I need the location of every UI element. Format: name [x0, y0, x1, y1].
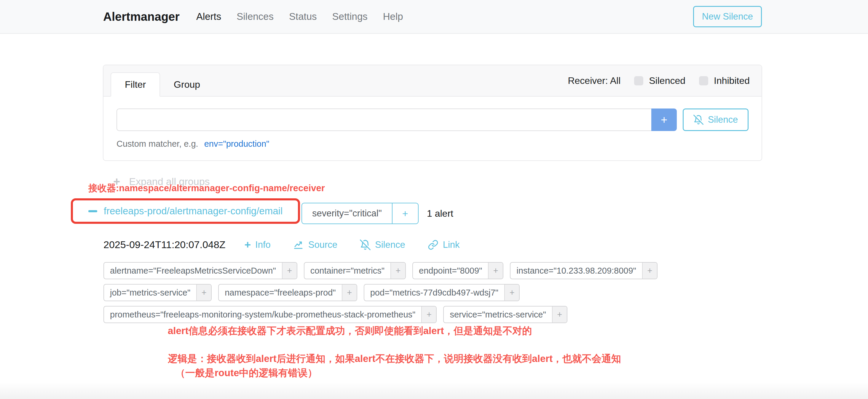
alert-link-label: Link: [443, 240, 460, 250]
matcher-input-group: + Silence: [117, 109, 748, 131]
main-nav: AlertsSilencesStatusSettingsHelp: [196, 11, 403, 22]
alert-label-text: container="metrics": [305, 263, 391, 279]
filter-card: FilterGroup Receiver: All Silenced Inhib…: [103, 65, 762, 161]
inhibited-checkbox[interactable]: Inhibited: [699, 75, 750, 86]
add-matcher-button[interactable]: +: [651, 109, 677, 131]
alert-timestamp: 2025-09-24T11:20:07.048Z: [103, 239, 225, 250]
plus-icon[interactable]: +: [642, 263, 657, 279]
plus-icon[interactable]: +: [342, 284, 356, 301]
receiver-filter-label[interactable]: Receiver: All: [568, 75, 620, 86]
alert-label-text: prometheus="freeleaps-monitoring-system/…: [104, 307, 421, 323]
plus-icon[interactable]: +: [391, 263, 405, 279]
silence-filter-label: Silence: [708, 115, 738, 125]
alert-label-chip: endpoint="8009" +: [412, 262, 503, 279]
alert-label-text: endpoint="8009": [413, 263, 488, 279]
annotation-receiver-note: 接收器:namespace/altermanager-config-name/r…: [88, 182, 325, 194]
receiver-group-button[interactable]: freeleaps-prod/alertmanager-config/email: [87, 205, 284, 217]
plus-icon[interactable]: +: [421, 307, 436, 323]
alert-info-label: Info: [255, 240, 271, 250]
alert-label-chip: job="metrics-service" +: [103, 284, 212, 301]
bottom-shadow: [0, 382, 868, 399]
alert-silence-button[interactable]: Silence: [358, 239, 407, 250]
alert-silence-label: Silence: [375, 240, 405, 250]
matcher-example-link[interactable]: env="production": [204, 139, 270, 149]
group-matcher-add-button[interactable]: +: [392, 203, 418, 223]
nav-item[interactable]: Silences: [237, 11, 274, 22]
bell-slash-icon: [360, 240, 371, 250]
checkbox-box-icon[interactable]: [634, 76, 643, 85]
filter-header-right: Receiver: All Silenced Inhibited: [568, 65, 750, 96]
alert-label-text: namespace="freeleaps-prod": [219, 284, 342, 301]
alert-label-chip: pod="metrics-77d9cdb497-wdsj7" +: [364, 284, 520, 301]
alert-row: 2025-09-24T11:20:07.048Z + Info Source S…: [103, 239, 462, 250]
alert-info-button[interactable]: + Info: [243, 239, 272, 250]
annotation-note-1: alert信息必须在接收器下才表示配置成功，否则即使能看到alert，但是通知是…: [168, 324, 532, 338]
plus-icon[interactable]: +: [196, 284, 211, 301]
matcher-hint: Custom matcher, e.g. env="production": [117, 139, 748, 149]
plus-icon[interactable]: +: [282, 263, 297, 279]
alert-label-text: alertname="FreeleapsMetricsServiceDown": [104, 263, 282, 279]
app-brand[interactable]: Alertmanager: [103, 10, 180, 23]
checkbox-box-icon[interactable]: [699, 76, 708, 85]
annotation-highlight-box: freeleaps-prod/alertmanager-config/email: [71, 198, 300, 224]
minus-icon: [88, 210, 97, 212]
alert-label-text: instance="10.233.98.209:8009": [510, 263, 642, 279]
silence-filter-button[interactable]: Silence: [683, 109, 748, 131]
nav-item[interactable]: Help: [383, 11, 403, 22]
nav-item[interactable]: Alerts: [196, 11, 221, 22]
filter-card-header: FilterGroup Receiver: All Silenced Inhib…: [103, 65, 762, 97]
matcher-hint-text: Custom matcher, e.g.: [117, 139, 198, 149]
filter-tabs: FilterGroup: [111, 72, 214, 96]
alert-count: 1 alert: [427, 208, 453, 219]
alert-actions: + Info Source Silence: [243, 239, 461, 250]
alert-label-chip: container="metrics" +: [304, 262, 406, 279]
matcher-input[interactable]: [117, 109, 651, 131]
alert-label-chip: instance="10.233.98.209:8009" +: [510, 262, 657, 279]
tab[interactable]: Filter: [111, 72, 160, 97]
alert-label-chip: prometheus="freeleaps-monitoring-system/…: [103, 306, 437, 323]
group-matcher-text: severity="critical": [302, 203, 392, 223]
link-icon: [428, 240, 438, 250]
bell-slash-icon: [693, 115, 704, 125]
alert-source-label: Source: [308, 240, 337, 250]
alert-labels: alertname="FreeleapsMetricsServiceDown" …: [103, 262, 673, 323]
plus-icon[interactable]: +: [488, 263, 503, 279]
plus-icon[interactable]: +: [504, 284, 519, 301]
alert-source-button[interactable]: Source: [291, 239, 339, 250]
inhibited-checkbox-label: Inhibited: [714, 75, 750, 86]
alert-label-text: pod="metrics-77d9cdb497-wdsj7": [364, 284, 504, 301]
alert-label-text: job="metrics-service": [104, 284, 196, 301]
receiver-group-name: freeleaps-prod/alertmanager-config/email: [104, 206, 282, 217]
silenced-checkbox-label: Silenced: [649, 75, 685, 86]
tab[interactable]: Group: [160, 72, 214, 97]
annotation-note-2: 逻辑是：接收器收到alert后进行通知，如果alert不在接收器下，说明接收器没…: [168, 352, 621, 366]
filter-card-body: + Silence Custom matcher, e.g. env="prod…: [103, 97, 762, 161]
chart-line-icon: [293, 240, 304, 250]
alert-label-chip: namespace="freeleaps-prod" +: [218, 284, 357, 301]
new-silence-button[interactable]: New Silence: [693, 6, 762, 27]
group-matcher-chip: severity="critical" +: [302, 203, 418, 224]
alert-label-chip: alertname="FreeleapsMetricsServiceDown" …: [103, 262, 297, 279]
nav-item[interactable]: Settings: [332, 11, 368, 22]
plus-icon: +: [244, 239, 251, 250]
plus-icon[interactable]: +: [552, 307, 567, 323]
silenced-checkbox[interactable]: Silenced: [634, 75, 685, 86]
alert-label-chip: service="metrics-service" +: [443, 306, 567, 323]
alert-link-button[interactable]: Link: [426, 239, 462, 250]
top-navbar: Alertmanager AlertsSilencesStatusSetting…: [0, 0, 868, 34]
annotation-note-3: （一般是route中的逻辑有错误）: [176, 366, 317, 380]
nav-item[interactable]: Status: [289, 11, 317, 22]
alert-label-text: service="metrics-service": [444, 307, 552, 323]
